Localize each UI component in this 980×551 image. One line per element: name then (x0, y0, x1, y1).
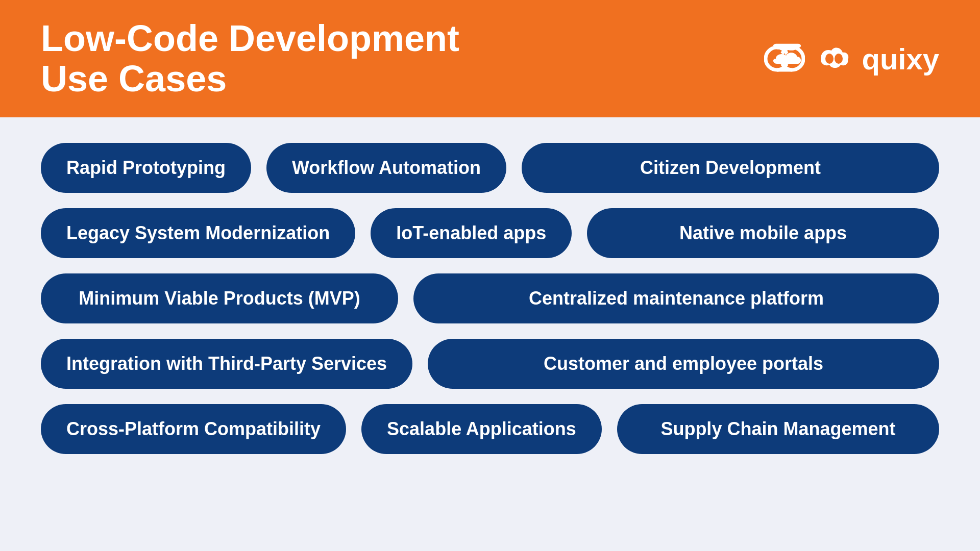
pill-legacy-system[interactable]: Legacy System Modernization (41, 208, 355, 258)
svg-point-5 (835, 54, 843, 64)
quixy-logo-icon (764, 43, 805, 74)
pill-scalable-apps[interactable]: Scalable Applications (361, 404, 602, 454)
pill-workflow-automation[interactable]: Workflow Automation (266, 143, 506, 193)
content-area: Rapid Prototyping Workflow Automation Ci… (0, 117, 980, 480)
header: Low-Code Development Use Cases quixy (0, 0, 980, 117)
page-title: Low-Code Development Use Cases (41, 18, 459, 99)
pill-integration[interactable]: Integration with Third-Party Services (41, 339, 412, 389)
row-3: Minimum Viable Products (MVP) Centralize… (41, 273, 939, 323)
logo-text: quixy (862, 42, 940, 76)
pill-mvp[interactable]: Minimum Viable Products (MVP) (41, 273, 398, 323)
svg-point-4 (825, 54, 834, 64)
row-1: Rapid Prototyping Workflow Automation Ci… (41, 143, 939, 193)
row-5: Cross-Platform Compatibility Scalable Ap… (41, 404, 939, 454)
pill-centralized-maintenance[interactable]: Centralized maintenance platform (413, 273, 939, 323)
pill-rapid-prototyping[interactable]: Rapid Prototyping (41, 143, 251, 193)
pill-cross-platform[interactable]: Cross-Platform Compatibility (41, 404, 346, 454)
logo: quixy (764, 42, 940, 76)
pill-supply-chain[interactable]: Supply Chain Management (617, 404, 939, 454)
pill-iot-apps[interactable]: IoT-enabled apps (371, 208, 572, 258)
row-4: Integration with Third-Party Services Cu… (41, 339, 939, 389)
pill-customer-portals[interactable]: Customer and employee portals (428, 339, 939, 389)
row-2: Legacy System Modernization IoT-enabled … (41, 208, 939, 258)
pill-citizen-development[interactable]: Citizen Development (522, 143, 939, 193)
quixy-brand-icon (813, 43, 854, 74)
pill-native-mobile[interactable]: Native mobile apps (587, 208, 939, 258)
